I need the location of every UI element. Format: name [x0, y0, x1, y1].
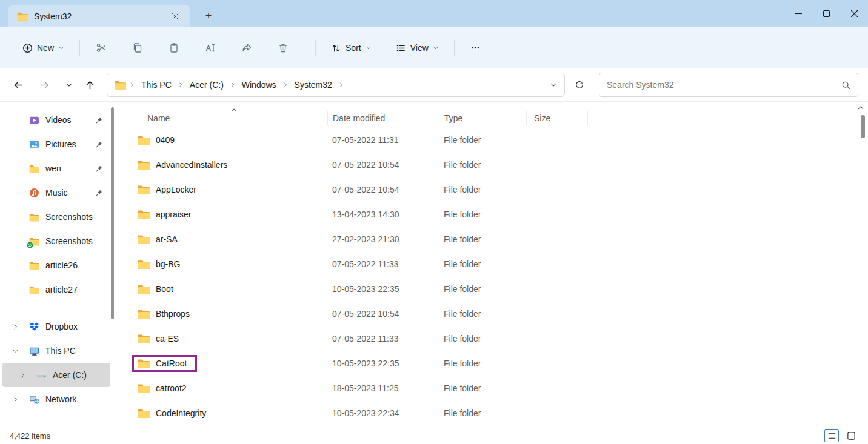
file-name: appraiser — [156, 210, 191, 219]
sidebar-item-article27[interactable]: article27 — [2, 277, 110, 302]
close-button[interactable] — [840, 0, 868, 27]
folder-icon — [29, 285, 39, 295]
pin-icon — [95, 189, 103, 197]
sidebar-item-this-pc[interactable]: This PC — [2, 339, 110, 363]
rename-icon — [205, 42, 216, 53]
column-header-name[interactable]: Name — [127, 111, 327, 125]
file-name-cell: CodeIntegrity — [127, 408, 327, 418]
minimize-button[interactable] — [784, 0, 812, 27]
tab-system32[interactable]: System32 — [8, 5, 190, 27]
folder-icon — [17, 12, 28, 21]
sidebar-item-network[interactable]: Network — [2, 387, 110, 411]
sidebar-item-dropbox[interactable]: Dropbox — [2, 314, 110, 339]
scrollbar-thumb[interactable] — [861, 115, 865, 138]
file-row[interactable]: 0409 07-05-2022 11:31 File folder — [115, 127, 868, 152]
status-bar: 4,422 items — [0, 427, 868, 444]
search-input[interactable] — [607, 80, 841, 90]
chevron-right-icon — [178, 82, 184, 88]
sidebar-item-label: Network — [45, 394, 76, 404]
column-header-date-modified[interactable]: Date modified — [327, 111, 438, 125]
cut-button[interactable] — [88, 36, 114, 59]
breadcrumb-this-pc[interactable]: This PC — [136, 77, 177, 93]
highlight-annotation-box: CatRoot — [132, 355, 197, 372]
breadcrumb-system32[interactable]: System32 — [289, 77, 338, 93]
share-icon — [241, 42, 252, 53]
file-name: ar-SA — [156, 234, 178, 244]
file-name-cell: ca-ES — [127, 334, 327, 343]
sidebar-item-acer-c[interactable]: Acer (C:) — [2, 363, 110, 387]
file-row-catroot-highlighted[interactable]: CatRoot 10-05-2023 22:35 File folder — [115, 351, 868, 376]
search-icon — [841, 81, 850, 90]
scroll-up-arrow-icon[interactable] — [857, 104, 864, 111]
forward-arrow-icon — [39, 80, 50, 90]
maximize-button[interactable] — [812, 0, 840, 27]
sort-button[interactable]: Sort — [324, 38, 378, 58]
recent-locations-button[interactable] — [58, 74, 80, 96]
sidebar-scrollbar-thumb[interactable] — [111, 107, 114, 319]
up-button[interactable] — [79, 74, 101, 96]
chevron-right-icon[interactable] — [12, 323, 19, 330]
file-name-cell: Bthprops — [127, 309, 327, 319]
command-toolbar: New Sort View — [0, 27, 868, 68]
file-row[interactable]: ca-ES 07-05-2022 11:33 File folder — [115, 326, 868, 351]
sidebar-item-wen[interactable]: wen — [2, 156, 110, 181]
file-row[interactable]: bg-BG 07-05-2022 11:33 File folder — [115, 251, 868, 276]
folder-icon — [138, 408, 150, 418]
share-button[interactable] — [234, 36, 259, 59]
sidebar-item-music[interactable]: Music — [2, 181, 110, 205]
more-options-button[interactable] — [463, 36, 487, 59]
paste-button[interactable] — [161, 36, 187, 59]
sidebar-item-pictures[interactable]: Pictures — [2, 132, 110, 156]
back-button[interactable] — [7, 74, 29, 96]
view-toggles — [824, 429, 858, 442]
file-row[interactable]: Bthprops 07-05-2022 10:54 File folder — [115, 301, 868, 326]
sidebar-divider — [8, 308, 107, 308]
file-name: Bthprops — [156, 309, 190, 319]
sidebar-item-screenshots-synced[interactable]: Screenshots — [2, 229, 110, 253]
trash-icon — [278, 42, 289, 53]
chevron-right-icon[interactable] — [19, 372, 26, 379]
copy-button[interactable] — [125, 36, 150, 59]
folder-with-sync-icon — [29, 236, 39, 247]
tab-close-button[interactable] — [167, 8, 183, 24]
file-name: 0409 — [156, 135, 175, 145]
file-name-cell: 0409 — [127, 135, 327, 145]
breadcrumb-acer-c[interactable]: Acer (C:) — [184, 77, 229, 93]
file-row[interactable]: catroot2 18-05-2023 11:25 File folder — [115, 376, 868, 400]
refresh-button[interactable] — [569, 74, 590, 96]
file-date-modified: 10-05-2023 22:35 — [327, 284, 438, 294]
computer-icon — [29, 346, 39, 356]
view-button[interactable]: View — [389, 38, 446, 58]
file-row[interactable]: CodeIntegrity 10-05-2023 22:34 File fold… — [115, 400, 868, 425]
sidebar-item-screenshots[interactable]: Screenshots — [2, 205, 110, 229]
sidebar-item-article26[interactable]: article26 — [2, 253, 110, 277]
toolbar-divider — [315, 40, 316, 56]
rename-button[interactable] — [198, 36, 223, 59]
title-bar: System32 + — [0, 0, 868, 27]
details-view-button[interactable] — [824, 429, 839, 442]
chevron-right-icon[interactable] — [12, 396, 19, 403]
address-bar[interactable]: This PC Acer (C:) Windows System32 — [107, 73, 565, 97]
new-button[interactable]: New — [16, 38, 71, 58]
file-type: File folder — [438, 408, 526, 418]
delete-button[interactable] — [270, 36, 296, 59]
pin-icon — [95, 116, 103, 124]
file-row[interactable]: AppLocker 07-05-2022 10:54 File folder — [115, 177, 868, 202]
items-count: 4,422 items — [10, 431, 50, 440]
address-dropdown-chevron-icon[interactable] — [550, 81, 557, 88]
sort-ascending-caret-icon — [230, 107, 238, 114]
column-header-type[interactable]: Type — [438, 111, 526, 125]
sidebar-item-videos[interactable]: Videos — [2, 108, 110, 132]
file-row[interactable]: ar-SA 27-02-2023 21:30 File folder — [115, 227, 868, 251]
file-row[interactable]: Boot 10-05-2023 22:35 File folder — [115, 276, 868, 301]
new-tab-button[interactable]: + — [200, 7, 217, 24]
breadcrumb-windows[interactable]: Windows — [236, 77, 282, 93]
column-header-size[interactable]: Size — [526, 111, 588, 125]
file-type: File folder — [438, 135, 526, 145]
file-name-cell: Boot — [127, 284, 327, 294]
file-row[interactable]: appraiser 13-04-2023 14:30 File folder — [115, 202, 868, 227]
chevron-down-icon[interactable] — [12, 348, 19, 354]
large-icons-view-button[interactable] — [844, 429, 858, 442]
forward-button[interactable] — [33, 74, 55, 96]
file-row[interactable]: AdvancedInstallers 07-05-2022 10:54 File… — [115, 152, 868, 177]
